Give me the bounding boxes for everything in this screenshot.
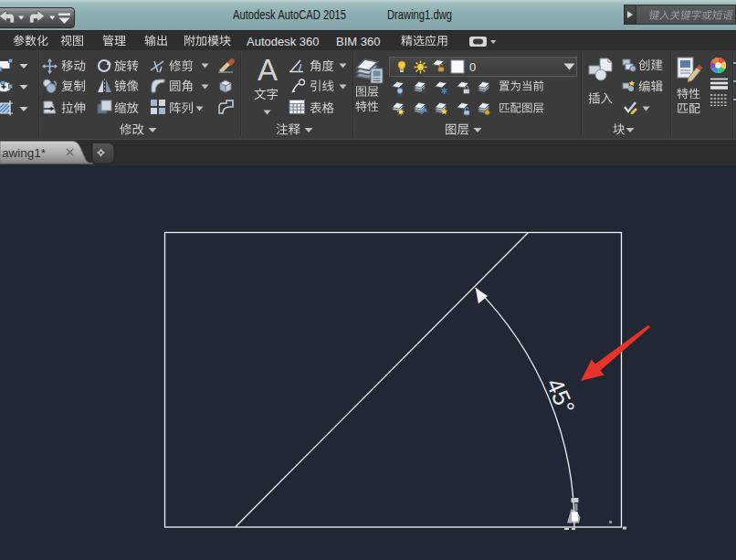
svg-text:45°: 45° (541, 375, 580, 418)
